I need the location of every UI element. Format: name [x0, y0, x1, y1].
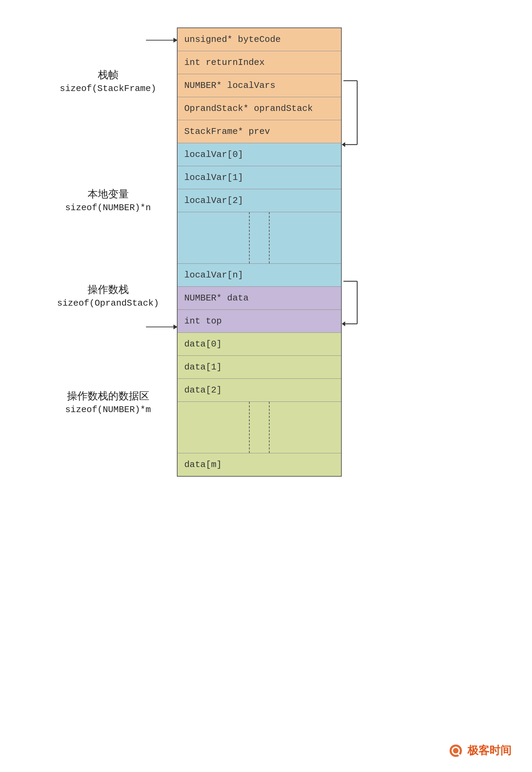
box-oprand-stack-ptr: OprandStack* oprandStack — [178, 97, 341, 120]
blue-dashed-section — [178, 212, 341, 264]
box-local-var-n: localVar[n] — [178, 264, 341, 287]
box-unsigned-bytecode: unsigned* byteCode — [178, 28, 341, 51]
box-number-local-vars: NUMBER* localVars — [178, 74, 341, 97]
local-vars-cn: 本地变量 — [88, 187, 129, 201]
box-number-data: NUMBER* data — [178, 287, 341, 310]
diagram-area: unsigned* byteCode int returnIndex NUMBE… — [156, 27, 472, 477]
main-diagram: 栈帧 sizeof(StackFrame) 本地变量 sizeof(NUMBER… — [60, 27, 472, 477]
svg-marker-3 — [342, 142, 345, 147]
footer: 极客时间 — [448, 743, 511, 758]
box-local-var-0: localVar[0] — [178, 143, 341, 166]
blue-dashed-lines — [249, 212, 270, 263]
right-connectors-svg — [342, 27, 369, 560]
boxes-column: unsigned* byteCode int returnIndex NUMBE… — [177, 27, 342, 477]
boxes-wrapper: unsigned* byteCode int returnIndex NUMBE… — [177, 27, 342, 477]
stack-frame-cn: 栈帧 — [98, 68, 118, 82]
svg-marker-7 — [342, 321, 345, 326]
brand-logo — [448, 743, 463, 758]
box-int-top: int top — [178, 310, 341, 333]
yg-dashed-lines — [249, 402, 270, 453]
box-data-2: data[2] — [178, 379, 341, 402]
box-int-return-index: int returnIndex — [178, 51, 341, 74]
box-stack-frame-prev: StackFrame* prev — [178, 120, 341, 143]
box-data-1: data[1] — [178, 356, 341, 379]
yg-dashed-section — [178, 402, 341, 453]
box-data-m: data[m] — [178, 453, 341, 476]
box-local-var-1: localVar[1] — [178, 166, 341, 189]
oprand-stack-cn: 操作数栈 — [88, 283, 129, 297]
left-brackets-svg — [132, 27, 177, 560]
box-data-0: data[0] — [178, 333, 341, 356]
brand-name: 极客时间 — [467, 743, 511, 758]
box-local-var-2: localVar[2] — [178, 189, 341, 212]
